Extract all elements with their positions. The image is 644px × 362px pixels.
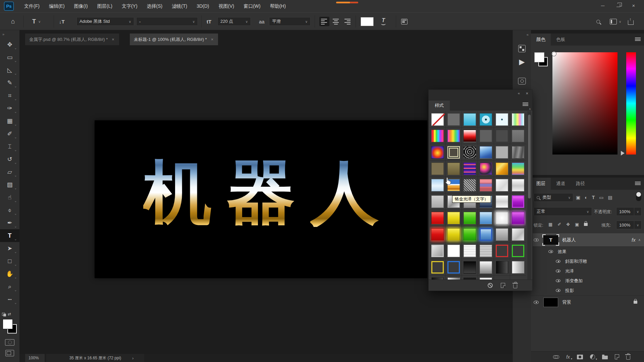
style-swatch[interactable] <box>431 261 444 274</box>
style-swatch[interactable] <box>512 146 524 159</box>
text-layer-thumbnail[interactable]: T <box>543 235 558 245</box>
visibility-eye-icon[interactable] <box>556 260 560 263</box>
libraries-panel-icon[interactable] <box>518 78 526 84</box>
style-swatch[interactable] <box>431 212 444 224</box>
document-tab[interactable]: 未标题-1 @ 100% (机器人, RGB/8#) *× <box>130 34 218 45</box>
align-center-button[interactable] <box>331 17 341 26</box>
style-swatch[interactable] <box>512 179 524 191</box>
opacity-field[interactable]: 100% <box>616 207 634 216</box>
style-swatch[interactable] <box>480 113 492 126</box>
visibility-eye-icon[interactable] <box>534 301 539 304</box>
menu-item[interactable]: 图层(L) <box>93 0 117 12</box>
style-swatch[interactable] <box>496 113 508 126</box>
visibility-eye-icon[interactable] <box>556 289 560 292</box>
close-icon[interactable]: × <box>111 37 115 42</box>
menu-item[interactable]: 3D(D) <box>192 0 214 12</box>
panel-collapse-icon[interactable]: ‹‹ <box>518 91 520 95</box>
quick-mask-button[interactable] <box>5 339 14 346</box>
tab-paths[interactable]: 路径 <box>571 178 590 190</box>
fx-badge[interactable]: fx <box>632 237 636 243</box>
align-left-button[interactable] <box>319 17 329 26</box>
layer-effect-row[interactable]: 斜面和浮雕 <box>531 256 644 266</box>
menu-item[interactable]: 图像(I) <box>69 0 93 12</box>
style-swatch[interactable] <box>480 163 492 175</box>
warp-text-button[interactable]: T <box>382 13 385 30</box>
menu-item[interactable]: 编辑(E) <box>44 0 69 12</box>
layer-filter-icon[interactable]: ▤ <box>608 195 612 200</box>
style-swatch[interactable] <box>431 179 444 191</box>
search-button[interactable] <box>596 13 600 30</box>
style-swatch[interactable] <box>480 245 492 257</box>
smudge-tool[interactable]: ☝ <box>0 191 19 204</box>
delete-layer-icon[interactable] <box>626 356 630 360</box>
clear-style-icon[interactable] <box>488 283 493 288</box>
style-swatch[interactable] <box>464 163 476 175</box>
hue-slider-handle[interactable] <box>621 151 627 156</box>
fill-field[interactable]: 100% <box>616 221 634 229</box>
lock-option-icon[interactable]: ▣ <box>575 222 579 227</box>
style-swatch[interactable] <box>496 146 508 159</box>
workspace-button[interactable]: ∨ <box>610 13 621 30</box>
link-layers-icon[interactable] <box>553 355 559 358</box>
tab-channels[interactable]: 通道 <box>551 178 571 190</box>
effects-header-row[interactable]: 效果 <box>531 247 644 256</box>
text-color-swatch[interactable] <box>361 13 374 30</box>
new-layer-icon[interactable] <box>615 354 619 359</box>
style-swatch[interactable] <box>512 228 524 241</box>
style-swatch[interactable] <box>480 212 492 224</box>
opacity-dropdown-button[interactable]: ∨ <box>634 207 642 216</box>
shape-tool[interactable]: □ <box>0 255 19 267</box>
minimize-button[interactable]: ─ <box>595 1 610 10</box>
scrollbar[interactable] <box>527 111 531 280</box>
saturation-brightness-field[interactable] <box>552 52 618 155</box>
close-icon[interactable]: × <box>210 37 214 42</box>
style-swatch[interactable] <box>496 261 508 274</box>
status-options-arrow[interactable]: › <box>132 354 133 362</box>
style-swatch[interactable] <box>480 228 492 241</box>
style-swatch[interactable] <box>431 146 444 159</box>
tab-layers[interactable]: 图层 <box>531 178 551 190</box>
style-swatch[interactable] <box>464 212 476 224</box>
share-button[interactable] <box>628 13 634 30</box>
foreground-color-chip[interactable] <box>534 52 544 62</box>
layer-effect-row[interactable]: 光泽 <box>531 266 644 276</box>
layer-style-fx-icon[interactable]: fx <box>566 354 570 360</box>
screen-mode-button[interactable] <box>5 350 14 356</box>
style-swatch[interactable] <box>512 245 524 257</box>
style-swatch[interactable] <box>496 195 508 208</box>
style-swatch[interactable] <box>496 130 508 142</box>
tab-color[interactable]: 颜色 <box>531 34 551 46</box>
tab-styles[interactable]: 样式 <box>429 101 450 111</box>
home-button[interactable]: ⌂ <box>11 13 15 30</box>
new-style-icon[interactable] <box>501 283 505 288</box>
menu-item[interactable]: 视图(V) <box>214 0 239 12</box>
style-swatch[interactable] <box>480 146 492 159</box>
type-tool[interactable]: T <box>0 229 19 242</box>
layer-filter-icon[interactable]: T <box>592 195 595 200</box>
style-swatch[interactable] <box>496 212 508 224</box>
layer-effect-row[interactable]: 渐变叠加 <box>531 276 644 286</box>
close-icon[interactable]: × <box>526 91 528 96</box>
style-swatch[interactable] <box>431 130 444 142</box>
style-swatch[interactable] <box>447 228 460 241</box>
menu-item[interactable]: 滤镜(T) <box>167 0 192 12</box>
more-tools[interactable]: ••• <box>0 293 19 306</box>
layer-name[interactable]: 背景 <box>562 299 571 305</box>
new-group-icon[interactable] <box>602 356 608 359</box>
actions-panel-icon[interactable]: ▶ <box>519 58 525 66</box>
style-swatch[interactable] <box>512 130 524 142</box>
layer-effect-row[interactable]: 投影 <box>531 286 644 295</box>
blend-mode-select[interactable]: 正常 ∨ <box>534 207 592 216</box>
style-swatch[interactable] <box>496 179 508 191</box>
menu-item[interactable]: 窗口(W) <box>239 0 265 12</box>
fill-dropdown-button[interactable]: ∨ <box>634 221 642 229</box>
pen-tool[interactable]: ✒ <box>0 217 19 229</box>
menu-item[interactable]: 文件(F) <box>19 0 44 12</box>
style-swatch[interactable] <box>447 113 460 126</box>
toggle-panels-button[interactable] <box>401 13 408 30</box>
restore-button[interactable] <box>610 1 626 10</box>
visibility-eye-icon[interactable] <box>556 269 560 273</box>
lock-option-icon[interactable]: ✥ <box>566 222 570 227</box>
style-swatch[interactable] <box>447 130 460 142</box>
clone-stamp-tool[interactable]: ⌶ <box>0 140 19 153</box>
